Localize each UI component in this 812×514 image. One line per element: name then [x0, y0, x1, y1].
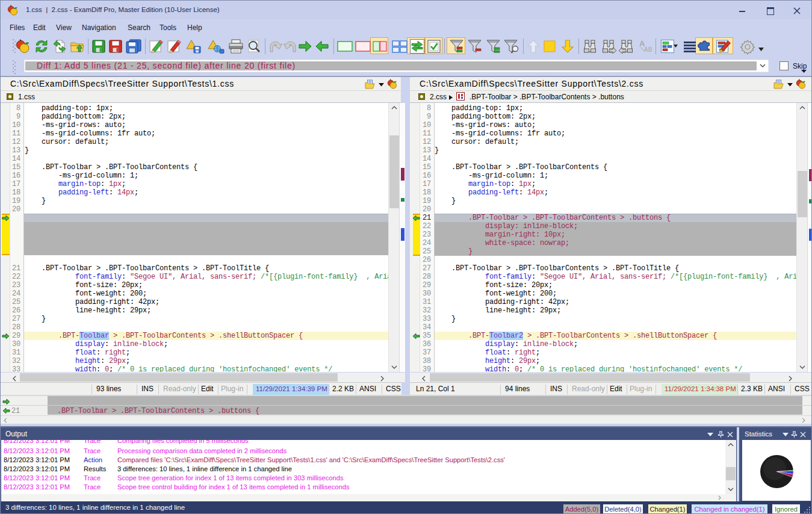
svg-text:AB: AB [644, 46, 652, 53]
